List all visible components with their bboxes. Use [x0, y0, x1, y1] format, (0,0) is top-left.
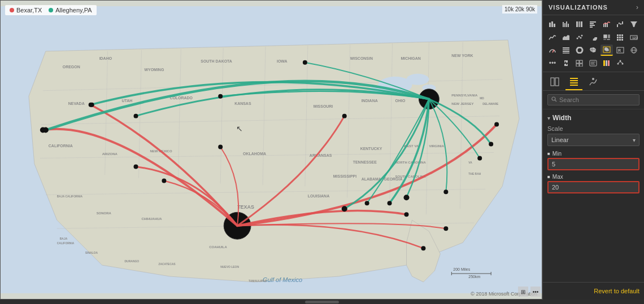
viz-icon-filled-map[interactable]	[587, 45, 599, 56]
search-input[interactable]	[559, 96, 636, 103]
svg-rect-118	[620, 23, 621, 25]
sidebar-title: VISUALIZATIONS	[549, 4, 608, 11]
viz-icon-decomp-tree[interactable]	[614, 58, 626, 69]
svg-point-88	[489, 142, 493, 147]
search-box	[547, 94, 639, 105]
min-row: ■ Min	[547, 151, 639, 170]
svg-rect-128	[608, 34, 610, 38]
viz-icon-gauge[interactable]	[546, 45, 559, 56]
svg-rect-129	[603, 39, 606, 40]
map-bottom-icons: ⊞ •••	[518, 287, 541, 297]
viz-icon-smart-narrative[interactable]	[587, 58, 599, 69]
svg-point-75	[218, 145, 223, 149]
svg-point-181	[592, 78, 594, 80]
viz-icon-matrix[interactable]	[614, 32, 626, 43]
tab-analytics[interactable]	[585, 74, 602, 90]
viz-icon-color-chart[interactable]	[601, 58, 613, 69]
svg-rect-179	[570, 82, 578, 83]
viz-icon-waterfall[interactable]	[614, 19, 626, 30]
viz-icon-pie[interactable]	[587, 32, 599, 43]
svg-text:WISCONSIN: WISCONSIN	[350, 56, 373, 60]
svg-text:UTAH: UTAH	[122, 99, 133, 103]
svg-point-74	[162, 178, 166, 183]
viz-icon-shape-map[interactable]	[601, 45, 613, 56]
map-icon-expand[interactable]: ⊞	[518, 287, 528, 297]
width-section-header[interactable]: ▾ Width	[547, 114, 639, 122]
viz-icon-100-bar[interactable]	[573, 19, 586, 30]
svg-point-92	[342, 206, 347, 212]
svg-text:LOUISIANA: LOUISIANA	[308, 194, 329, 198]
scale-20k: 20k	[515, 6, 524, 12]
svg-rect-145	[563, 51, 569, 52]
viz-icon-line[interactable]	[546, 32, 559, 43]
viz-icon-globe[interactable]	[628, 45, 640, 56]
viz-icon-horiz-bar[interactable]	[587, 19, 599, 30]
viz-icon-area[interactable]	[560, 32, 572, 43]
svg-rect-127	[603, 34, 607, 38]
viz-icon-python[interactable]	[560, 58, 572, 69]
svg-text:ARIZONA: ARIZONA	[102, 152, 118, 156]
svg-rect-119	[622, 21, 623, 24]
svg-point-123	[578, 36, 580, 38]
viz-icon-clustered-bar[interactable]	[560, 19, 572, 30]
legend-dot-allegheny	[49, 8, 53, 12]
svg-point-17	[407, 74, 429, 85]
svg-rect-176	[555, 78, 559, 86]
max-input[interactable]	[547, 181, 639, 193]
sidebar-header: VISUALIZATIONS ›	[543, 0, 644, 15]
viz-icon-more-options[interactable]: •••	[546, 58, 559, 69]
svg-rect-177	[570, 78, 578, 79]
svg-text:COAHUILA: COAHUILA	[209, 245, 227, 249]
svg-text:IDAHO: IDAHO	[99, 56, 112, 60]
viz-icon-combo[interactable]	[601, 19, 613, 30]
legend-label-allegheny: Allegheny,PA	[55, 7, 92, 14]
svg-point-170	[620, 60, 621, 62]
viz-icon-scatter[interactable]	[573, 32, 586, 43]
map-icon-more[interactable]: •••	[530, 287, 541, 297]
svg-rect-99	[549, 23, 551, 27]
svg-rect-104	[566, 21, 567, 27]
scroll-handle-bottom[interactable]	[0, 299, 644, 304]
svg-text:IOWA: IOWA	[277, 59, 288, 63]
sidebar-expand-arrow[interactable]: ›	[636, 3, 638, 11]
svg-marker-120	[630, 21, 637, 27]
viz-tab-bar	[543, 72, 644, 91]
viz-icon-table[interactable]	[560, 45, 572, 56]
svg-rect-109	[590, 21, 596, 23]
viz-icon-donut[interactable]	[573, 45, 586, 56]
viz-icon-card[interactable]: 123	[628, 32, 640, 43]
svg-text:VIRGINIA: VIRGINIA	[429, 144, 444, 148]
svg-point-171	[617, 63, 619, 65]
bottom-bar: Revert to default	[543, 282, 644, 299]
legend-item-bexar: Bexar,TX	[10, 7, 42, 14]
viz-icon-funnel[interactable]	[628, 19, 640, 30]
scale-dropdown[interactable]: Linear ▾	[547, 134, 639, 146]
viz-icon-stacked-bar[interactable]	[546, 19, 559, 30]
svg-text:Gulf of Mexico: Gulf of Mexico	[263, 276, 302, 283]
viz-icon-data-grid[interactable]	[573, 58, 586, 69]
svg-rect-112	[590, 27, 593, 28]
tab-fields[interactable]	[546, 74, 563, 90]
min-input[interactable]	[547, 158, 639, 170]
tab-format[interactable]	[565, 74, 582, 90]
svg-text:R: R	[618, 49, 621, 52]
scale-value: Linear	[551, 136, 569, 143]
svg-text:250km: 250km	[468, 275, 480, 279]
svg-text:ZACATECAS: ZACATECAS	[158, 262, 176, 266]
map-scale-labels: 10k 20k 90k	[502, 5, 537, 14]
svg-text:INDIANA: INDIANA	[362, 99, 378, 103]
svg-rect-116	[617, 24, 618, 27]
svg-rect-139	[621, 39, 623, 41]
viz-icon-r-script[interactable]: R	[614, 45, 626, 56]
revert-button[interactable]: Revert to default	[594, 288, 639, 294]
scale-label: Scale	[547, 125, 639, 132]
svg-rect-111	[590, 25, 595, 26]
svg-text:TEXAS: TEXAS	[237, 204, 254, 210]
svg-rect-167	[603, 60, 605, 66]
map-area: Bexar,TX Allegheny,PA 10k 20k 90k	[0, 0, 542, 299]
svg-point-124	[580, 37, 582, 39]
svg-text:ARKANSAS: ARKANSAS	[310, 153, 332, 157]
viz-icon-treemap[interactable]	[601, 32, 613, 43]
svg-rect-144	[563, 49, 569, 50]
svg-text:MISSOURI: MISSOURI	[314, 104, 333, 108]
